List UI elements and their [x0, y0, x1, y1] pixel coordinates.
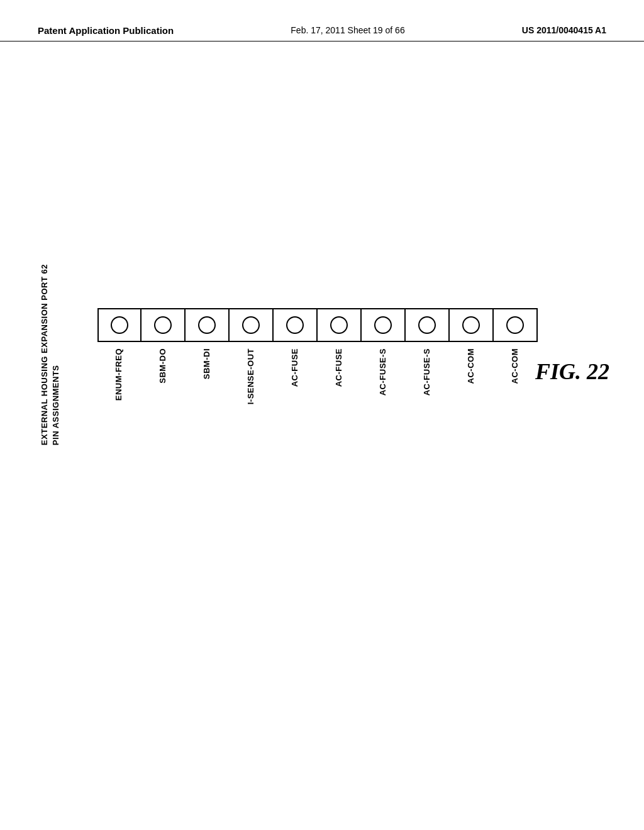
- pin-label-1: ENUM-FREQ: [114, 348, 126, 401]
- pin-label-7: AC-FUSE-S: [378, 348, 390, 396]
- pin-circle-5: [286, 316, 304, 334]
- page-header: Patent Application Publication Feb. 17, …: [0, 0, 644, 42]
- pin-label-cell-4: I-SENSE-OUT: [230, 346, 274, 404]
- patent-number: US 2011/0040415 A1: [522, 25, 606, 35]
- pin-cell-3: [186, 308, 230, 342]
- publication-label: Patent Application Publication: [38, 25, 174, 36]
- pin-label-cell-2: SBM-DO: [142, 346, 186, 384]
- pin-label-cell-3: SBM-DI: [186, 346, 230, 379]
- pin-label-10: AC-COM: [510, 348, 522, 384]
- pin-label-cell-6: AC-FUSE: [318, 346, 362, 387]
- pin-cell-6: [318, 308, 362, 342]
- pin-circle-4: [242, 316, 260, 334]
- pin-label-3: SBM-DI: [202, 348, 214, 379]
- pin-label-cell-10: AC-COM: [494, 346, 538, 384]
- pin-circle-8: [418, 316, 436, 334]
- pin-cell-9: [450, 308, 494, 342]
- pin-cell-1: [97, 308, 142, 342]
- figure-label: FIG. 22: [535, 358, 609, 385]
- pin-cell-2: [142, 308, 186, 342]
- pin-label-6: AC-FUSE: [334, 348, 346, 387]
- pin-cell-10: [494, 308, 538, 342]
- pin-label-cell-9: AC-COM: [450, 346, 494, 384]
- pin-circle-3: [198, 316, 216, 334]
- pin-label-cell-8: AC-FUSE-S: [406, 346, 450, 396]
- pin-label-9: AC-COM: [466, 348, 478, 384]
- pin-cell-7: [362, 308, 406, 342]
- pin-row: [97, 308, 538, 342]
- pin-label-8: AC-FUSE-S: [422, 348, 434, 396]
- pin-circle-6: [330, 316, 348, 334]
- pin-cell-4: [230, 308, 274, 342]
- pin-circle-9: [462, 316, 480, 334]
- pin-label-cell-5: AC-FUSE: [274, 346, 318, 387]
- pin-label-cell-1: ENUM-FREQ: [97, 346, 142, 401]
- pin-cell-8: [406, 308, 450, 342]
- diagram-title-container: EXTERNAL HOUSING EXPANSION PORT 62 PIN A…: [39, 264, 62, 445]
- pin-label-5: AC-FUSE: [290, 348, 302, 387]
- diagram-title: EXTERNAL HOUSING EXPANSION PORT 62 PIN A…: [39, 264, 62, 445]
- pin-circle-1: [111, 316, 128, 334]
- pin-circle-2: [154, 316, 172, 334]
- pin-label-2: SBM-DO: [158, 348, 170, 384]
- pin-circle-10: [506, 316, 524, 334]
- pin-label-4: I-SENSE-OUT: [246, 348, 258, 404]
- pin-label-cell-7: AC-FUSE-S: [362, 346, 406, 396]
- pin-cell-5: [274, 308, 318, 342]
- sheet-info: Feb. 17, 2011 Sheet 19 of 66: [291, 25, 404, 35]
- pin-labels: ENUM-FREQ SBM-DO SBM-DI I-SENSE-OUT AC-F…: [97, 346, 538, 404]
- pin-circle-7: [374, 316, 392, 334]
- connector-diagram: ENUM-FREQ SBM-DO SBM-DI I-SENSE-OUT AC-F…: [97, 308, 538, 404]
